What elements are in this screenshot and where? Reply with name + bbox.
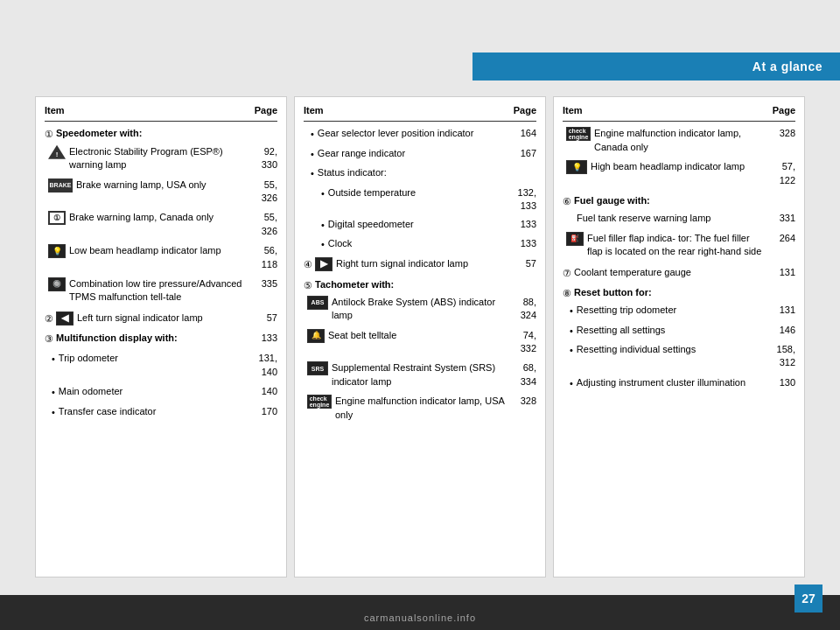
brake-usa-row: BRAKE Brake warning lamp, USA only 55,32…: [45, 178, 277, 209]
adjust-illumination-row: • Adjusting instrument cluster illuminat…: [563, 376, 795, 393]
gear-range-row: • Gear range indicator 167: [304, 147, 536, 164]
low-beam-row: 💡 Low beam headlamp indicator lamp 56,11…: [45, 244, 277, 275]
srs-icon: SRS: [307, 361, 328, 375]
tpms-row: 🔘 Combination low tire pressure/Advanced…: [45, 277, 277, 308]
gear-selector-item: Gear selector lever position indicator 1…: [318, 127, 536, 140]
right-turn-section: ④ ▶ Right turn signal indicator lamp 57: [304, 257, 536, 274]
srs-text: Supplemental Restraint System (SRS) indi…: [332, 361, 536, 392]
low-beam-item-row: Low beam headlamp indicator lamp 56,118: [69, 244, 277, 271]
check-engine-usa-row: checkengine Engine malfunction indicator…: [304, 395, 536, 425]
num7-row: ⑦ Coolant temperature gauge 131: [563, 266, 795, 283]
reset-all-row: • Resetting all settings 146: [563, 324, 795, 340]
seatbelt-text: Seat belt telltale 74,332: [328, 329, 536, 360]
outside-temp-item: Outside temperature 132,133: [328, 186, 536, 214]
tachometer-label: Tachometer with:: [315, 278, 394, 291]
reset-trip-row: • Resetting trip odometer 131: [563, 304, 795, 320]
right-turn-row: Right turn signal indicator lamp 57: [336, 257, 536, 270]
clock-item: Clock 133: [328, 237, 536, 250]
seatbelt-row: 🔔 Seat belt telltale 74,332: [304, 329, 536, 360]
tpms-text: Combination low tire pressure/Advanced T…: [69, 277, 277, 308]
col3-page-header: Page: [773, 104, 795, 117]
speedometer-section: ① Speedometer with:: [45, 127, 277, 141]
fuel-flap-icon: ⛽: [566, 232, 584, 246]
tpms-icon: 🔘: [48, 277, 66, 291]
num4-row: ④ ▶ Right turn signal indicator lamp 57: [304, 257, 536, 274]
tpms-item-row: Combination low tire pressure/Advanced T…: [69, 277, 277, 304]
fuel-flap-item-row: Fuel filler flap indica- tor: The fuel f…: [587, 232, 795, 259]
logo-label: carmanualsonline.info: [364, 612, 476, 623]
column-2: Item Page • Gear selector lever position…: [294, 96, 546, 578]
col1-header: Item Page: [45, 104, 277, 122]
check-engine-usa-item-row: Engine malfunction indicator lamp, USA o…: [335, 395, 536, 422]
page-number-badge: 27: [794, 584, 822, 612]
num-2: ②: [45, 312, 53, 326]
trip-odo-row: • Trip odometer 131,140: [45, 352, 277, 382]
digital-speedo-item: Digital speedometer 133: [328, 218, 536, 231]
engine-malfunction-canada-row: checkengine Engine malfunction indicator…: [563, 127, 795, 158]
abs-row: ABS Antilock Brake System (ABS) indicato…: [304, 296, 536, 326]
brake-canada-row: ① Brake warning lamp, Canada only 55,326: [45, 211, 277, 242]
header-bar: At a glance: [472, 52, 840, 80]
reset-trip-item: Resetting trip odometer 131: [577, 304, 795, 317]
trip-odo-item: Trip odometer 131,140: [59, 352, 277, 379]
transfer-case-item: Transfer case indicator 170: [59, 405, 277, 418]
fuel-flap-row: ⛽ Fuel filler flap indica- tor: The fuel…: [563, 232, 795, 262]
engine-malfunction-canada-item-row: Engine malfunction indicator lamp, Canad…: [594, 127, 795, 154]
num-8: ⑧: [563, 287, 571, 300]
brake-icon: BRAKE: [48, 178, 73, 192]
multifunction-row: Multifunction display with: 133: [56, 332, 277, 345]
reset-label: Reset button for:: [574, 286, 652, 299]
high-beam-item-row: High beam headlamp indicator lamp 57,122: [591, 160, 795, 187]
reset-section: ⑧ Reset button for: • Resetting trip odo…: [563, 286, 795, 393]
page-number: 27: [802, 592, 816, 606]
reset-individual-row: • Resetting individual settings 158,312: [563, 343, 795, 374]
reset-individual-item: Resetting individual settings 158,312: [577, 343, 795, 370]
multifunction-section: ③ Multifunction display with: 133 • Trip…: [45, 332, 277, 422]
col2-page-header: Page: [514, 104, 536, 117]
seatbelt-icon: 🔔: [307, 329, 325, 343]
left-turn-row: Left turn signal indicator lamp 57: [77, 312, 277, 325]
tachometer-section: ⑤ Tachometer with: ABS Antilock Brake Sy…: [304, 278, 536, 426]
high-beam-row: 💡 High beam headlamp indicator lamp 57,1…: [563, 160, 795, 191]
seatbelt-item-row: Seat belt telltale 74,332: [328, 329, 536, 356]
adjust-illumination-item: Adjusting instrument cluster illuminatio…: [577, 376, 795, 389]
num-5: ⑤: [304, 279, 312, 292]
num6-row: ⑥ Fuel gauge with:: [563, 194, 795, 208]
esp-text: Electronic Stability Program (ESP®) warn…: [69, 145, 277, 176]
check-engine-usa-icon: checkengine: [307, 395, 332, 409]
num-6: ⑥: [563, 195, 571, 208]
num-4: ④: [304, 258, 312, 271]
speedometer-label: Speedometer with:: [56, 127, 142, 140]
num-3: ③: [45, 332, 53, 346]
gear-range-item: Gear range indicator 167: [318, 147, 536, 160]
col1-page-header: Page: [255, 104, 277, 117]
low-beam-text: Low beam headlamp indicator lamp 56,118: [69, 244, 277, 275]
column-1: Item Page ① Speedometer with: ! Electron…: [35, 96, 287, 578]
reset-all-item: Resetting all settings 146: [577, 324, 795, 337]
num-7: ⑦: [563, 267, 571, 280]
num8-row: ⑧ Reset button for:: [563, 286, 795, 300]
col2-header: Item Page: [304, 104, 536, 122]
fuel-tank-warn-row: Fuel tank reserve warning lamp 331: [563, 212, 795, 228]
status-indicator-row: • Status indicator:: [304, 166, 536, 183]
num-1: ①: [45, 128, 53, 141]
engine-malfunction-canada-text: Engine malfunction indicator lamp, Canad…: [594, 127, 795, 158]
col1-item-header: Item: [45, 104, 65, 117]
srs-row: SRS Supplemental Restraint System (SRS) …: [304, 361, 536, 392]
status-indicator-item: Status indicator:: [318, 166, 536, 179]
column-3: Item Page checkengine Engine malfunction…: [553, 96, 805, 578]
outside-temp-row: • Outside temperature 132,133: [304, 186, 536, 217]
esp-row: ! Electronic Stability Program (ESP®) wa…: [45, 145, 277, 176]
high-beam-text: High beam headlamp indicator lamp 57,122: [591, 160, 795, 191]
gear-selector-row: • Gear selector lever position indicator…: [304, 127, 536, 144]
main-odo-item: Main odometer 140: [59, 385, 277, 398]
brake-canada-text: Brake warning lamp, Canada only 55,326: [69, 211, 277, 242]
logo-text: carmanualsonline.info: [364, 612, 476, 623]
right-arrow-icon: ▶: [315, 257, 332, 271]
brake-canada-item-row: Brake warning lamp, Canada only 55,326: [69, 211, 277, 238]
fuel-gauge-section: ⑥ Fuel gauge with: Fuel tank reserve war…: [563, 194, 795, 262]
left-turn-section: ② ◀ Left turn signal indicator lamp 57: [45, 312, 277, 328]
num3-row: ③ Multifunction display with: 133: [45, 332, 277, 348]
num2-row: ② ◀ Left turn signal indicator lamp 57: [45, 312, 277, 328]
low-beam-icon: 💡: [48, 244, 66, 258]
